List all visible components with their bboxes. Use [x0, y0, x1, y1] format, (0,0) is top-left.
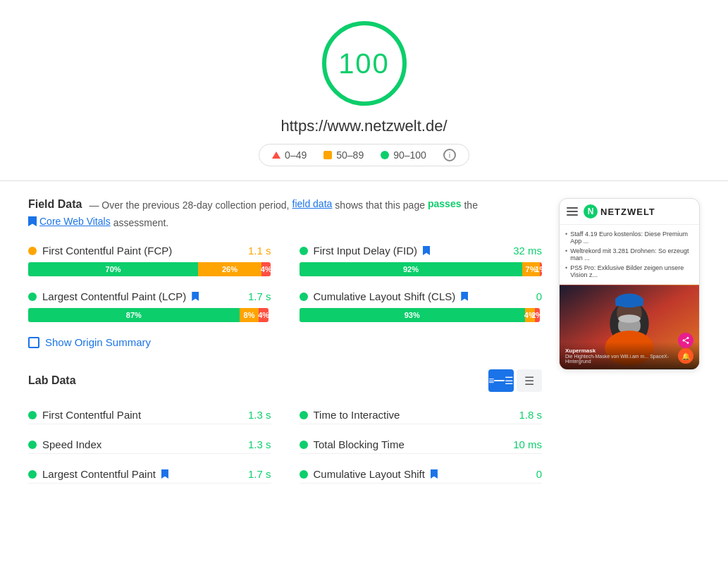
view-toggle: ≡ ☰ ☰: [488, 369, 542, 392]
cls-label: Cumulative Layout Shift (CLS): [300, 290, 469, 302]
passes-text: passes: [428, 198, 461, 209]
field-data-title: Field Data: [28, 198, 82, 211]
legend-range2: 50–89: [336, 149, 364, 161]
news-item-1: • Staff 4.19 Euro kostenlos: Diese Premi…: [565, 229, 693, 246]
page-url: https://www.netzwelt.de/: [281, 117, 448, 135]
lab-fcp-item: First Contentful Paint 1.3 s: [28, 406, 271, 424]
lab-cls-bookmark-icon: [431, 469, 438, 479]
lab-si-dot: [28, 441, 37, 449]
cls-bar-red: 2%: [535, 308, 540, 322]
share-button[interactable]: [678, 333, 693, 348]
show-origin-container[interactable]: Show Origin Summary: [28, 336, 542, 348]
cls-metric: Cumulative Layout Shift (CLS) 0 93% 4% 2…: [300, 290, 543, 322]
cls-dot: [300, 293, 308, 301]
field-data-desc-mid: shows that this page: [335, 198, 425, 213]
bullet-2: •: [565, 247, 567, 254]
legend-green: 90–100: [381, 149, 426, 161]
cls-bar: 93% 4% 2%: [300, 308, 543, 322]
lab-cls-item: Cumulative Layout Shift 0: [300, 465, 543, 484]
green-circle-icon: [381, 151, 389, 159]
hamburger-icon[interactable]: [567, 207, 578, 216]
lab-tbt-value: 10 ms: [513, 438, 542, 450]
fcp-value: 1.1 s: [248, 245, 271, 257]
lab-data-section: Lab Data ≡ ☰ ☰ First Contentful Paint 1.…: [28, 369, 542, 484]
notification-button[interactable]: 🔔: [678, 348, 693, 364]
fid-dot: [300, 247, 308, 255]
phone-preview-image: Xupermask Die Hightech-Maske von Will.i.…: [560, 285, 699, 369]
lab-tti-value: 1.8 s: [519, 409, 542, 421]
lab-tbt-label: Total Blocking Time: [300, 438, 405, 450]
bullet-3: •: [565, 264, 567, 271]
lcp-dot: [28, 293, 37, 301]
fcp-bar-red: 4%: [261, 262, 271, 276]
lab-metrics-grid: First Contentful Paint 1.3 s Time to Int…: [28, 406, 542, 484]
lab-si-item: Speed Index 1.3 s: [28, 436, 271, 454]
cls-header: Cumulative Layout Shift (CLS) 0: [300, 290, 543, 302]
info-icon[interactable]: i: [443, 149, 456, 161]
lab-si-label: Speed Index: [28, 438, 101, 450]
fid-header: First Input Delay (FID) 32 ms: [300, 245, 543, 257]
fid-bar: 92% 7% 1%: [300, 262, 543, 276]
fcp-bar: 70% 26% 4%: [28, 262, 271, 276]
score-circle: 100: [322, 21, 407, 106]
fcp-header: First Contentful Paint (FCP) 1.1 s: [28, 245, 271, 257]
red-triangle-icon: [272, 152, 280, 159]
site-logo: N NETZWELT: [584, 204, 655, 219]
field-data-desc-suffix: the: [464, 198, 477, 213]
fid-bar-red: 1%: [540, 262, 542, 276]
orange-square-icon: [323, 151, 332, 159]
legend-red: 0–49: [272, 149, 307, 161]
fcp-dot: [28, 247, 37, 255]
right-panel: N NETZWELT • Staff 4.19 Euro kostenlos: …: [559, 198, 700, 484]
left-panel: Field Data — Over the previous 28-day co…: [28, 198, 542, 484]
lab-lcp-bookmark-icon: [161, 469, 168, 479]
svg-point-6: [618, 314, 641, 323]
svg-rect-4: [615, 297, 643, 306]
lcp-value: 1.7 s: [248, 290, 271, 302]
top-section: 100 https://www.netzwelt.de/ 0–49 50–89 …: [0, 0, 728, 181]
lab-cls-dot: [300, 470, 308, 479]
field-data-link[interactable]: field data: [292, 198, 333, 209]
hamburger-line-3: [567, 214, 578, 216]
fcp-bar-green: 70%: [28, 262, 198, 276]
fcp-label: First Contentful Paint (FCP): [28, 245, 172, 257]
cls-bookmark-icon: [461, 292, 468, 301]
fid-bookmark-icon: [423, 246, 430, 255]
toggle-list-view-button[interactable]: ☰: [517, 369, 542, 392]
lab-cls-label: Cumulative Layout Shift: [300, 468, 438, 480]
logo-n-icon: N: [584, 204, 598, 219]
assessment-text: assessment.: [113, 216, 169, 230]
show-origin-label[interactable]: Show Origin Summary: [45, 336, 151, 348]
legend-orange: 50–89: [323, 149, 364, 161]
legend-range1: 0–49: [285, 149, 307, 161]
metrics-grid: First Contentful Paint (FCP) 1.1 s 70% 2…: [28, 245, 542, 322]
lab-si-value: 1.3 s: [248, 438, 271, 450]
lab-tti-item: Time to Interactive 1.8 s: [300, 406, 543, 424]
lab-data-header: Lab Data ≡ ☰ ☰: [28, 369, 542, 392]
field-data-desc-prefix: — Over the previous 28-day collection pe…: [89, 198, 289, 213]
lab-lcp-value: 1.7 s: [248, 468, 271, 480]
lab-cls-value: 0: [536, 468, 542, 480]
phone-caption: Xupermask: [565, 347, 693, 354]
show-origin-checkbox[interactable]: [28, 337, 39, 348]
fid-label: First Input Delay (FID): [300, 245, 431, 257]
share-icon: [681, 336, 690, 345]
legend-range3: 90–100: [393, 149, 426, 161]
lcp-bookmark-icon: [192, 292, 199, 301]
lab-tbt-item: Total Blocking Time 10 ms: [300, 436, 543, 454]
lab-tbt-dot: [300, 441, 308, 449]
news-item-2: • Weltrekord mit 3.281 Drohnen: So erzeu…: [565, 246, 693, 263]
lab-data-title: Lab Data: [28, 374, 76, 387]
bullet-1: •: [565, 230, 567, 238]
phone-subcaption: Die Hightech-Maske von Will.i.am m... Sp…: [565, 354, 693, 364]
hamburger-line-2: [567, 211, 578, 212]
core-web-vitals-link[interactable]: Core Web Vitals: [28, 216, 111, 227]
fid-value: 32 ms: [513, 245, 542, 257]
lcp-bar-orange: 8%: [240, 308, 259, 322]
fcp-metric: First Contentful Paint (FCP) 1.1 s 70% 2…: [28, 245, 271, 276]
fid-metric: First Input Delay (FID) 32 ms 92% 7% 1%: [300, 245, 543, 276]
score-value: 100: [338, 48, 390, 80]
lcp-metric: Largest Contentful Paint (LCP) 1.7 s 87%…: [28, 290, 271, 322]
news-item-3: • PS5 Pro: Exklusive Bilder zeigen unser…: [565, 263, 693, 280]
toggle-bar-chart-button[interactable]: ≡ ☰: [488, 369, 514, 392]
